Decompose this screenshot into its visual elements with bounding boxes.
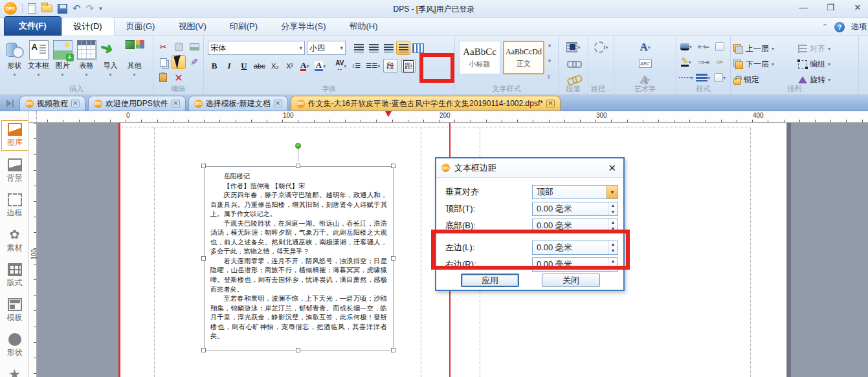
italic-button[interactable]: I xyxy=(223,59,236,73)
close-dialog-button[interactable]: 关闭 xyxy=(542,274,600,287)
font-size-combo[interactable]: 小四▾ xyxy=(307,41,346,55)
style-scroll-down-icon[interactable]: ▼ xyxy=(547,58,552,64)
bold-button[interactable]: B xyxy=(208,59,221,73)
combo-dropdown-icon[interactable]: ▼ xyxy=(606,186,618,199)
justify-button[interactable] xyxy=(396,41,410,55)
selection-handle-s[interactable] xyxy=(296,348,300,352)
format-painter-button[interactable]: ✑ xyxy=(713,55,727,69)
doc-tab-choose-template[interactable]: DPS 选择模板-新建文档 ✕ xyxy=(188,96,288,111)
tab-view[interactable]: 视图(V) xyxy=(166,17,217,36)
minimize-button[interactable]: — xyxy=(797,3,810,12)
apply-button[interactable]: 应用 xyxy=(461,274,519,287)
paragraph-settings-button[interactable]: 段 xyxy=(383,59,397,73)
insert-textbox-button[interactable]: 文本框 ▾ xyxy=(27,38,50,85)
line-weight-button[interactable]: ▾ xyxy=(696,70,710,85)
selection-handle-n[interactable] xyxy=(296,164,300,168)
fill-color-button[interactable]: ▾ xyxy=(679,39,693,54)
highlight-color-button[interactable]: A▾ xyxy=(313,59,327,73)
selection-handle-se[interactable] xyxy=(391,348,395,352)
text-style-subtitle[interactable]: AaBbCc 小标题 xyxy=(459,41,500,74)
subscript-button[interactable]: X₂ xyxy=(269,59,282,73)
selection-handle-nw[interactable] xyxy=(201,164,206,168)
insert-other-button[interactable]: 其他 ▾ xyxy=(122,38,146,85)
top-margin-spinbox[interactable]: 0.00 毫米 ▲▼ xyxy=(532,202,618,216)
select-tool-button[interactable] xyxy=(172,55,186,69)
close-tab-icon[interactable]: ✕ xyxy=(274,100,282,107)
pan-button[interactable] xyxy=(172,39,186,54)
tab-print[interactable]: 印刷(P) xyxy=(218,17,269,36)
close-tab-icon[interactable]: ✕ xyxy=(172,100,180,107)
dialog-close-icon[interactable]: ✕ xyxy=(606,162,618,174)
close-tab-icon[interactable]: ✕ xyxy=(71,100,80,107)
insert-table-button[interactable]: 表格 ▾ xyxy=(74,38,98,85)
horizontal-ruler[interactable]: 0 100 200 300 400 xyxy=(29,111,868,123)
textbox-margin-dialog[interactable]: DPS 文本框边距 ✕ 垂直对齐 顶部 ▼ 顶部(T): 0.00 毫米 ▲▼ … xyxy=(435,157,625,291)
send-backward-button[interactable]: 下一层▾ xyxy=(733,56,796,72)
tab-page[interactable]: 页面(G) xyxy=(115,17,167,36)
insert-shapes-button[interactable]: 形状 ▾ xyxy=(3,38,27,85)
vertical-ruler[interactable]: 100 xyxy=(29,123,37,377)
sidebar-item-gallery[interactable]: 图库 xyxy=(1,120,28,151)
align-objects-button[interactable]: 对齐▾ xyxy=(798,41,854,56)
tab-help[interactable]: 帮助(H) xyxy=(337,17,389,36)
restore-button[interactable]: ❐ xyxy=(824,3,837,12)
group-objects-button[interactable]: 编组▾ xyxy=(798,56,854,72)
canvas[interactable]: 岳阳楼记 【作者】范仲淹 【朝代】宋 庆历四年春，滕子京谪守巴陵郡。越明年，政通… xyxy=(37,123,868,377)
paste-button[interactable] xyxy=(156,70,170,85)
cut-button[interactable]: ✂ xyxy=(156,39,170,54)
arrow-start-button[interactable]: ⇤⇐ xyxy=(696,39,710,54)
edit-points-button[interactable]: ✎ xyxy=(187,55,201,69)
copy-button[interactable] xyxy=(156,55,170,69)
font-color-button[interactable]: A▾ xyxy=(298,59,311,73)
valign-combobox[interactable]: 顶部 ▼ xyxy=(532,185,618,199)
import-button[interactable]: 导入 ▾ xyxy=(98,38,122,85)
selection-handle-w[interactable] xyxy=(201,256,206,261)
delete-button[interactable]: ✕ xyxy=(172,70,186,85)
link-textboxes-button[interactable] xyxy=(566,56,581,70)
superscript-button[interactable]: X² xyxy=(284,59,296,73)
sidebar-item-template[interactable]: 模板 xyxy=(1,296,28,325)
path-button[interactable]: ▾ xyxy=(594,40,608,54)
selected-textbox[interactable]: 岳阳楼记 【作者】范仲淹 【朝代】宋 庆历四年春，滕子京谪守巴陵郡。越明年，政通… xyxy=(204,166,394,350)
sidebar-item-background[interactable]: 背景 xyxy=(1,156,28,186)
selection-handle-e[interactable] xyxy=(391,256,395,261)
align-center-button[interactable] xyxy=(366,41,381,55)
bring-forward-button[interactable]: 上一层▾ xyxy=(733,41,796,56)
underline-button[interactable]: U xyxy=(238,59,250,73)
text-style-body[interactable]: AaBbCcDd 正文 xyxy=(503,41,544,74)
insert-picture-button[interactable]: 图片 ▾ xyxy=(50,38,74,85)
style-gallery-more-icon[interactable]: ⊽ xyxy=(547,74,552,80)
collapse-ribbon-icon[interactable]: ⌃ xyxy=(822,23,828,31)
options-label[interactable]: 选项 xyxy=(851,21,867,32)
sidebar-item-favorites[interactable]: ★ 收藏 xyxy=(1,366,28,377)
strikethrough-button[interactable]: abc xyxy=(252,59,267,73)
tab-design[interactable]: 设计(D) xyxy=(61,17,115,36)
shape-change-button[interactable] xyxy=(713,39,727,54)
close-button[interactable]: ✕ xyxy=(851,3,864,12)
line-color-button[interactable]: ✎▾ xyxy=(679,55,693,69)
sidebar-item-material[interactable]: ✿ 素材 xyxy=(1,226,28,255)
doc-tab-active-essay-collection[interactable]: DPS 作文集-大16开软皮平装-蓝色古风中学生作文集20190114-1002… xyxy=(291,96,561,111)
font-family-combo[interactable]: 宋体▾ xyxy=(208,41,305,55)
wordart-insert-button[interactable]: A▾ xyxy=(638,40,652,54)
align-right-button[interactable] xyxy=(381,41,395,55)
selection-handle-sw[interactable] xyxy=(201,348,206,352)
sidebar-item-shape[interactable]: 形状 xyxy=(1,331,28,360)
char-spacing-button[interactable]: AV↔ ▾ xyxy=(334,59,348,73)
dash-style-button[interactable]: ▾ xyxy=(679,70,693,85)
sidebar-expander-button[interactable] xyxy=(0,96,19,111)
sidebar-item-border[interactable]: 边框 xyxy=(1,191,28,221)
style-scroll-up-icon[interactable]: ▲ xyxy=(547,42,552,48)
rotate-handle[interactable] xyxy=(295,143,301,149)
spinner-icons[interactable]: ▲▼ xyxy=(608,202,618,215)
help-icon[interactable]: ? xyxy=(834,22,845,32)
doc-tab-video-tutorial[interactable]: DPS 视频教程 ✕ xyxy=(19,96,85,111)
tab-share-export[interactable]: 分享导出(S) xyxy=(269,17,337,36)
picture-tool-button[interactable] xyxy=(187,39,201,54)
textbox-margin-button[interactable]: 距 xyxy=(401,59,416,73)
wordart-edit-text-button[interactable]: ABC xyxy=(638,56,652,70)
line-spacing-button[interactable]: ↕☰ xyxy=(350,59,362,73)
selection-handle-ne[interactable] xyxy=(391,164,395,168)
close-tab-icon[interactable]: ✕ xyxy=(546,100,555,107)
dialog-title-bar[interactable]: DPS 文本框边距 ✕ xyxy=(436,158,623,178)
